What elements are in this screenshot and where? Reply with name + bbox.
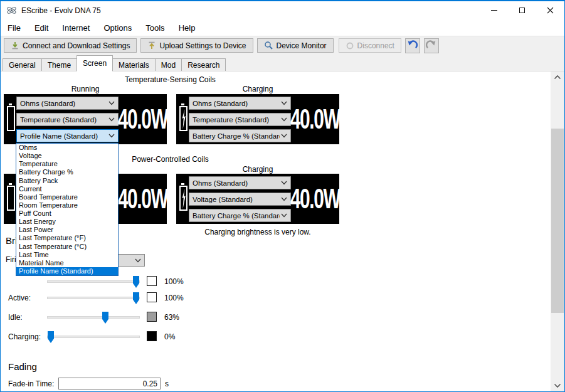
slider-thumb[interactable] bbox=[133, 292, 139, 304]
tab-screen[interactable]: Screen bbox=[77, 55, 113, 72]
temp-running-line2-combo[interactable]: Temperature (Standard) bbox=[16, 113, 119, 126]
combo-value: Temperature (Standard) bbox=[20, 116, 107, 124]
scrollbar-thumb[interactable] bbox=[551, 129, 564, 313]
slider-thumb[interactable] bbox=[102, 312, 108, 324]
temp-running-line1-combo[interactable]: Ohms (Standard) bbox=[16, 97, 119, 110]
dropdown-item[interactable]: Material Name bbox=[16, 259, 118, 267]
slider-thumb[interactable] bbox=[133, 276, 139, 288]
charging-brightness-note: Charging brightness is very low. bbox=[176, 228, 339, 236]
undo-button[interactable] bbox=[405, 38, 420, 53]
scroll-up-button[interactable] bbox=[551, 72, 564, 83]
dropdown-item[interactable]: Current bbox=[16, 185, 118, 193]
tab-general[interactable]: General bbox=[3, 58, 42, 72]
temp-running-line3-combo[interactable]: Profile Name (Standard) bbox=[16, 129, 119, 142]
disconnect-icon bbox=[346, 41, 354, 50]
menu-tools[interactable]: Tools bbox=[139, 19, 171, 36]
wattage-display: 40.0W bbox=[292, 94, 339, 144]
firing-brightness-slider[interactable] bbox=[47, 280, 140, 283]
chevron-down-icon bbox=[281, 213, 287, 218]
maximize-icon bbox=[519, 8, 525, 13]
device-monitor-button[interactable]: Device Monitor bbox=[257, 38, 334, 53]
dropdown-item[interactable]: Board Temperature bbox=[16, 193, 118, 201]
chevron-down-icon bbox=[135, 258, 141, 263]
dropdown-item[interactable]: Battery Charge % bbox=[16, 168, 118, 176]
temp-charging-line1-combo[interactable]: Ohms (Standard) bbox=[189, 97, 291, 110]
upload-settings-button[interactable]: Upload Settings to Device bbox=[140, 38, 253, 53]
dropdown-item[interactable]: Last Power bbox=[16, 226, 118, 234]
dropdown-item[interactable]: Last Temperature (°C) bbox=[16, 243, 118, 251]
brightness-swatch[interactable] bbox=[147, 276, 157, 286]
fade-in-time-input[interactable] bbox=[58, 378, 161, 389]
dropdown-item[interactable]: Last Energy bbox=[16, 218, 118, 226]
dropdown-item[interactable]: Temperature bbox=[16, 160, 118, 168]
brightness-row-charging: Charging: 0% bbox=[1, 331, 352, 343]
charging-brightness-slider[interactable] bbox=[47, 336, 140, 338]
wattage-display: 40.0W bbox=[119, 174, 167, 224]
dropdown-item[interactable]: Battery Pack bbox=[16, 177, 118, 185]
temp-running-display: Ohms (Standard) Temperature (Standard) P… bbox=[4, 94, 167, 144]
temp-coils-heading: Temperature-Sensing Coils bbox=[1, 75, 340, 84]
brightness-swatch[interactable] bbox=[147, 312, 157, 322]
close-button[interactable] bbox=[536, 1, 564, 19]
brightness-row-firing: 100% bbox=[1, 275, 352, 288]
connect-download-label: Connect and Download Settings bbox=[23, 41, 130, 50]
idle-brightness-slider[interactable] bbox=[47, 316, 140, 319]
scroll-down-button[interactable] bbox=[551, 380, 564, 391]
battery-charging-icon bbox=[179, 106, 187, 131]
menu-edit[interactable]: Edit bbox=[28, 19, 55, 36]
tab-research[interactable]: Research bbox=[181, 58, 226, 72]
menu-file[interactable]: File bbox=[1, 19, 28, 36]
minimize-button[interactable] bbox=[480, 1, 508, 19]
brightness-swatch[interactable] bbox=[147, 292, 157, 302]
tab-materials[interactable]: Materials bbox=[112, 58, 156, 72]
dropdown-item[interactable]: Puff Count bbox=[16, 209, 118, 218]
device-monitor-label: Device Monitor bbox=[277, 41, 327, 50]
close-icon bbox=[547, 7, 554, 14]
chevron-down-icon bbox=[554, 383, 561, 388]
chevron-down-icon bbox=[108, 134, 115, 138]
battery-empty-icon bbox=[7, 186, 15, 211]
redo-button[interactable] bbox=[424, 38, 439, 53]
dropdown-item[interactable]: Ohms bbox=[16, 144, 118, 152]
upload-settings-label: Upload Settings to Device bbox=[159, 41, 246, 50]
brightness-swatch[interactable] bbox=[147, 331, 157, 341]
menu-options[interactable]: Options bbox=[97, 19, 139, 36]
dropdown-item[interactable]: Room Temperature bbox=[16, 201, 118, 209]
menu-internet[interactable]: Internet bbox=[55, 19, 97, 36]
brightness-percent: 0% bbox=[164, 332, 175, 341]
menu-help[interactable]: Help bbox=[172, 19, 203, 36]
vertical-scrollbar[interactable] bbox=[551, 72, 564, 391]
dropdown-item[interactable]: Last Temperature (°F) bbox=[16, 234, 118, 242]
dropdown-item-selected[interactable]: Profile Name (Standard) bbox=[16, 267, 118, 275]
slider-thumb[interactable] bbox=[48, 331, 54, 343]
chevron-down-icon bbox=[281, 197, 287, 201]
brightness-percent: 100% bbox=[164, 294, 184, 302]
chevron-down-icon bbox=[281, 117, 287, 122]
combo-value: Voltage (Standard) bbox=[193, 196, 280, 203]
brightness-row-idle: Idle: 63% bbox=[1, 311, 352, 324]
temp-charging-line2-combo[interactable]: Temperature (Standard) bbox=[189, 113, 291, 126]
power-charging-line1-combo[interactable]: Ohms (Standard) bbox=[189, 176, 291, 189]
charging-label: Charging bbox=[176, 85, 339, 93]
download-arrow-icon bbox=[11, 41, 19, 50]
power-charging-line3-combo[interactable]: Battery Charge % (Standard) bbox=[189, 209, 291, 222]
chevron-down-icon bbox=[108, 101, 115, 105]
power-charging-line2-combo[interactable]: Voltage (Standard) bbox=[189, 193, 291, 206]
active-brightness-slider[interactable] bbox=[47, 297, 140, 299]
battery-charging-icon bbox=[179, 186, 187, 211]
seconds-unit: s bbox=[165, 379, 169, 388]
disconnect-button[interactable]: Disconnect bbox=[339, 38, 401, 53]
redo-arrow-icon bbox=[426, 40, 436, 51]
power-charging-display: Ohms (Standard) Voltage (Standard) Batte… bbox=[176, 174, 339, 224]
battery-empty-icon bbox=[7, 106, 15, 131]
dropdown-item[interactable]: Voltage bbox=[16, 152, 118, 160]
dropdown-item[interactable]: Last Time bbox=[16, 251, 118, 259]
undo-arrow-icon bbox=[407, 40, 418, 51]
tab-theme[interactable]: Theme bbox=[41, 58, 77, 72]
temp-charging-line3-combo[interactable]: Battery Charge % (Standard) bbox=[189, 129, 291, 142]
combo-value: Battery Charge % (Standard) bbox=[193, 212, 280, 220]
escribe-window: EScribe - Evolv DNA 75 File Edit Interne… bbox=[0, 0, 565, 392]
tab-mod[interactable]: Mod bbox=[155, 58, 182, 72]
maximize-button[interactable] bbox=[508, 1, 536, 19]
connect-download-button[interactable]: Connect and Download Settings bbox=[4, 38, 137, 53]
